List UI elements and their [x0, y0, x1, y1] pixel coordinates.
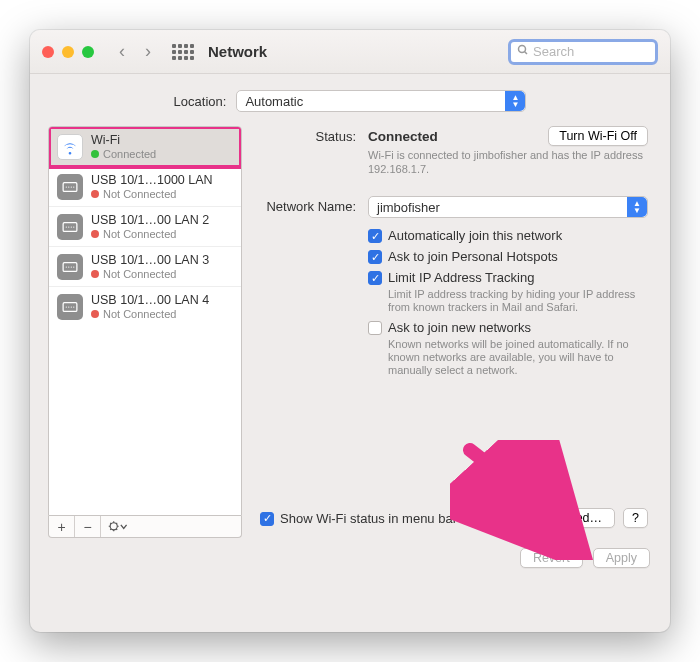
traffic-lights [42, 46, 94, 58]
status-description: Wi-Fi is connected to jimbofisher and ha… [368, 148, 648, 176]
location-label: Location: [174, 94, 227, 109]
check-auto-join: Automatically join this network [368, 228, 648, 243]
remove-interface-button[interactable]: − [75, 516, 101, 537]
status-dot-icon [91, 310, 99, 318]
sidebar-item-eth1[interactable]: USB 10/1…1000 LAN Not Connected [49, 167, 241, 207]
location-select[interactable]: Automatic ▲▼ [236, 90, 526, 112]
interface-status: Not Connected [91, 307, 209, 321]
checkbox-label: Ask to join new networks [388, 320, 531, 335]
interface-status: Not Connected [91, 187, 213, 201]
svg-point-13 [66, 266, 67, 267]
svg-point-20 [71, 306, 72, 307]
close-button[interactable] [42, 46, 54, 58]
checkbox-description: Limit IP address tracking by hiding your… [388, 288, 638, 314]
check-hotspots: Ask to join Personal Hotspots [368, 249, 648, 264]
svg-point-18 [66, 306, 67, 307]
svg-point-5 [71, 186, 72, 187]
search-field[interactable]: Search [508, 39, 658, 65]
window-footer: Revert Apply [30, 538, 670, 582]
interface-name: Wi-Fi [91, 133, 156, 147]
network-prefpane-window: ‹ › Network Search Location: Automatic ▲… [30, 30, 670, 632]
svg-point-19 [68, 306, 69, 307]
interface-sidebar: Wi-Fi Connected USB 10/1…1000 LAN Not Co… [48, 126, 242, 538]
location-row: Location: Automatic ▲▼ [30, 74, 670, 126]
checkbox-label: Ask to join Personal Hotspots [388, 249, 558, 264]
network-name-value: jimbofisher [377, 200, 440, 215]
interface-status: Not Connected [91, 267, 209, 281]
status-row: Status: Connected Turn Wi-Fi Off Wi-Fi i… [260, 126, 648, 176]
checkbox-label: Automatically join this network [388, 228, 562, 243]
checkbox-label: Show Wi-Fi status in menu bar [280, 511, 457, 526]
sidebar-item-eth2[interactable]: USB 10/1…00 LAN 2 Not Connected [49, 207, 241, 247]
svg-rect-7 [63, 222, 77, 231]
interface-name: USB 10/1…00 LAN 2 [91, 213, 209, 227]
show-all-icon[interactable] [172, 44, 194, 60]
check-limit-ip: Limit IP Address Tracking [368, 270, 648, 285]
check-menubar: Show Wi-Fi status in menu bar [260, 511, 457, 526]
ethernet-icon [57, 214, 83, 240]
sidebar-item-wifi[interactable]: Wi-Fi Connected [49, 127, 241, 167]
forward-button[interactable]: › [138, 41, 158, 62]
svg-point-9 [68, 226, 69, 227]
checkbox-menubar[interactable] [260, 512, 274, 526]
interface-list: Wi-Fi Connected USB 10/1…1000 LAN Not Co… [48, 126, 242, 516]
checkbox-description: Known networks will be joined automatica… [388, 338, 638, 377]
svg-point-21 [73, 306, 74, 307]
svg-rect-2 [63, 182, 77, 191]
status-dot-icon [91, 230, 99, 238]
svg-line-1 [525, 52, 528, 55]
titlebar: ‹ › Network Search [30, 30, 670, 74]
status-dot-icon [91, 270, 99, 278]
svg-point-15 [71, 266, 72, 267]
panel-bottom-bar: Show Wi-Fi status in menu bar Advanced… … [260, 499, 648, 538]
checkbox-label: Limit IP Address Tracking [388, 270, 534, 285]
status-dot-icon [91, 150, 99, 158]
network-name-label: Network Name: [260, 196, 368, 383]
svg-point-4 [68, 186, 69, 187]
advanced-button[interactable]: Advanced… [521, 508, 615, 528]
add-interface-button[interactable]: + [49, 516, 75, 537]
svg-point-11 [73, 226, 74, 227]
interface-name: USB 10/1…1000 LAN [91, 173, 213, 187]
status-label: Status: [260, 126, 368, 176]
ethernet-icon [57, 294, 83, 320]
apply-button[interactable]: Apply [593, 548, 650, 568]
window-title: Network [208, 43, 508, 60]
network-name-select[interactable]: jimbofisher ▲▼ [368, 196, 648, 218]
svg-point-16 [73, 266, 74, 267]
back-button[interactable]: ‹ [112, 41, 132, 62]
svg-point-6 [73, 186, 74, 187]
checkbox-limit-ip[interactable] [368, 271, 382, 285]
minimize-button[interactable] [62, 46, 74, 58]
location-value: Automatic [245, 94, 303, 109]
svg-rect-12 [63, 262, 77, 271]
chevron-updown-icon: ▲▼ [505, 91, 525, 111]
checkbox-ask-join[interactable] [368, 321, 382, 335]
search-icon [517, 44, 529, 59]
help-button[interactable]: ? [623, 508, 648, 528]
actions-menu-button[interactable] [101, 516, 135, 537]
sidebar-toolbar: + − [48, 516, 242, 538]
svg-point-8 [66, 226, 67, 227]
detail-panel: Status: Connected Turn Wi-Fi Off Wi-Fi i… [260, 126, 652, 538]
check-ask-join: Ask to join new networks [368, 320, 648, 335]
main-area: Wi-Fi Connected USB 10/1…1000 LAN Not Co… [30, 126, 670, 538]
wifi-icon [57, 134, 83, 160]
nav-arrows: ‹ › [112, 41, 158, 62]
sidebar-item-eth3[interactable]: USB 10/1…00 LAN 3 Not Connected [49, 247, 241, 287]
interface-name: USB 10/1…00 LAN 4 [91, 293, 209, 307]
svg-rect-17 [63, 303, 77, 312]
interface-name: USB 10/1…00 LAN 3 [91, 253, 209, 267]
interface-status: Connected [91, 147, 156, 161]
svg-point-0 [519, 46, 526, 53]
turn-wifi-off-button[interactable]: Turn Wi-Fi Off [548, 126, 648, 146]
ethernet-icon [57, 174, 83, 200]
sidebar-item-eth4[interactable]: USB 10/1…00 LAN 4 Not Connected [49, 287, 241, 327]
revert-button[interactable]: Revert [520, 548, 583, 568]
ethernet-icon [57, 254, 83, 280]
chevron-updown-icon: ▲▼ [627, 197, 647, 217]
network-name-row: Network Name: jimbofisher ▲▼ Automatical… [260, 196, 648, 383]
checkbox-hotspots[interactable] [368, 250, 382, 264]
checkbox-auto-join[interactable] [368, 229, 382, 243]
zoom-button[interactable] [82, 46, 94, 58]
